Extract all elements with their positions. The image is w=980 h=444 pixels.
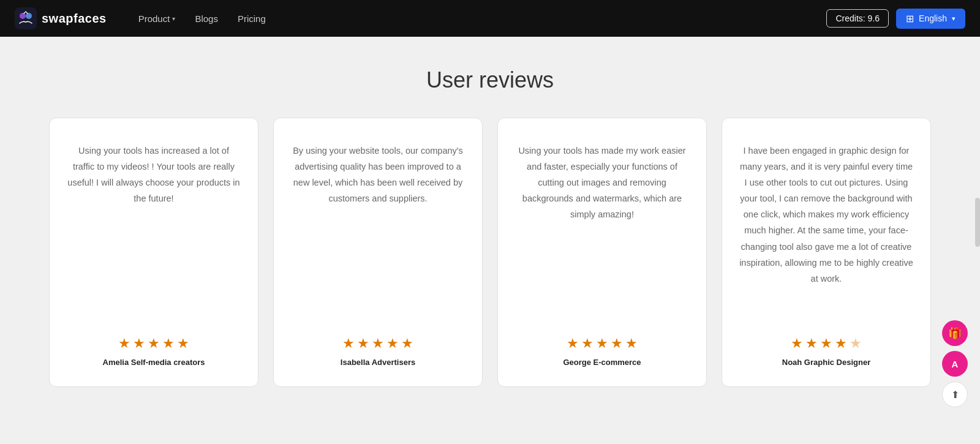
review-text-4: I have been engaged in graphic design fo… — [739, 143, 913, 311]
review-footer-3: ★ ★ ★ ★ ★ George E-commerce — [515, 336, 689, 367]
stars-4: ★ ★ ★ ★ ★ — [739, 336, 913, 352]
section-title: User reviews — [37, 67, 943, 93]
product-chevron-icon: ▾ — [172, 15, 175, 22]
reviewer-name-3: George E-commerce — [515, 358, 689, 367]
lang-label: English — [919, 13, 947, 23]
star-icon: ★ — [805, 336, 818, 352]
translate-icon: ⊞ — [906, 13, 914, 24]
star-icon: ★ — [148, 336, 160, 352]
nav-links: Product ▾ Blogs Pricing — [131, 10, 827, 28]
star-icon: ★ — [835, 336, 847, 352]
star-icon: ★ — [372, 336, 384, 352]
nav-blogs-label: Blogs — [195, 13, 218, 24]
star-icon: ★ — [177, 336, 189, 352]
stars-3: ★ ★ ★ ★ ★ — [515, 336, 689, 352]
review-card-1: Using your tools has increased a lot of … — [49, 118, 258, 387]
nav-product[interactable]: Product ▾ — [131, 10, 183, 28]
star-icon: ★ — [820, 336, 832, 352]
star-icon: ★ — [133, 336, 145, 352]
star-icon: ★ — [118, 336, 130, 352]
lang-chevron-icon: ▾ — [952, 15, 956, 23]
nav-pricing[interactable]: Pricing — [230, 10, 273, 28]
star-icon: ★ — [342, 336, 355, 352]
nav-right: Credits: 9.6 ⊞ English ▾ — [826, 9, 965, 29]
star-icon: ★ — [386, 336, 399, 352]
nav-blogs[interactable]: Blogs — [187, 10, 225, 28]
logo-text: swapfaces — [42, 12, 107, 26]
language-button[interactable]: ⊞ English ▾ — [896, 9, 965, 29]
main-content: User reviews Using your tools has increa… — [0, 37, 980, 424]
translate-button[interactable]: A — [942, 351, 968, 377]
star-icon: ★ — [596, 336, 608, 352]
svg-rect-0 — [15, 7, 37, 29]
star-icon: ★ — [162, 336, 175, 352]
star-icon: ★ — [357, 336, 369, 352]
scroll-to-top-button[interactable]: ⬆ — [942, 382, 968, 407]
navbar: swapfaces Product ▾ Blogs Pricing Credit… — [0, 0, 980, 37]
arrow-up-icon: ⬆ — [951, 389, 959, 401]
review-card-2: By using your website tools, our company… — [273, 118, 483, 387]
reviewer-name-4: Noah Graphic Designer — [739, 358, 913, 367]
review-text-2: By using your website tools, our company… — [291, 143, 465, 311]
star-icon: ★ — [567, 336, 579, 352]
scrollbar[interactable] — [975, 198, 980, 247]
star-half-icon: ★ — [850, 336, 862, 352]
translate-lang-icon: A — [952, 359, 959, 369]
reviewer-name-2: Isabella Advertisers — [291, 358, 465, 367]
svg-point-1 — [20, 13, 26, 19]
stars-2: ★ ★ ★ ★ ★ — [291, 336, 465, 352]
star-icon: ★ — [581, 336, 594, 352]
gift-button[interactable]: 🎁 — [942, 320, 968, 346]
review-text-1: Using your tools has increased a lot of … — [67, 143, 241, 311]
bottom-right-actions: 🎁 A ⬆ — [942, 320, 968, 407]
star-icon: ★ — [791, 336, 803, 352]
review-footer-1: ★ ★ ★ ★ ★ Amelia Self-media creators — [67, 336, 241, 367]
star-icon: ★ — [611, 336, 623, 352]
logo-icon — [15, 7, 37, 29]
review-card-4: I have been engaged in graphic design fo… — [722, 118, 931, 387]
review-footer-2: ★ ★ ★ ★ ★ Isabella Advertisers — [291, 336, 465, 367]
review-footer-4: ★ ★ ★ ★ ★ Noah Graphic Designer — [739, 336, 913, 367]
logo[interactable]: swapfaces — [15, 7, 107, 29]
gift-icon: 🎁 — [948, 326, 962, 340]
stars-1: ★ ★ ★ ★ ★ — [67, 336, 241, 352]
nav-product-label: Product — [138, 13, 170, 24]
star-icon: ★ — [401, 336, 413, 352]
credits-button[interactable]: Credits: 9.6 — [826, 9, 889, 28]
review-card-3: Using your tools has made my work easier… — [497, 118, 707, 387]
star-icon: ★ — [625, 336, 638, 352]
nav-pricing-label: Pricing — [238, 13, 266, 24]
review-text-3: Using your tools has made my work easier… — [515, 143, 689, 311]
reviews-grid: Using your tools has increased a lot of … — [49, 118, 931, 387]
svg-point-2 — [26, 13, 32, 19]
reviewer-name-1: Amelia Self-media creators — [67, 358, 241, 367]
